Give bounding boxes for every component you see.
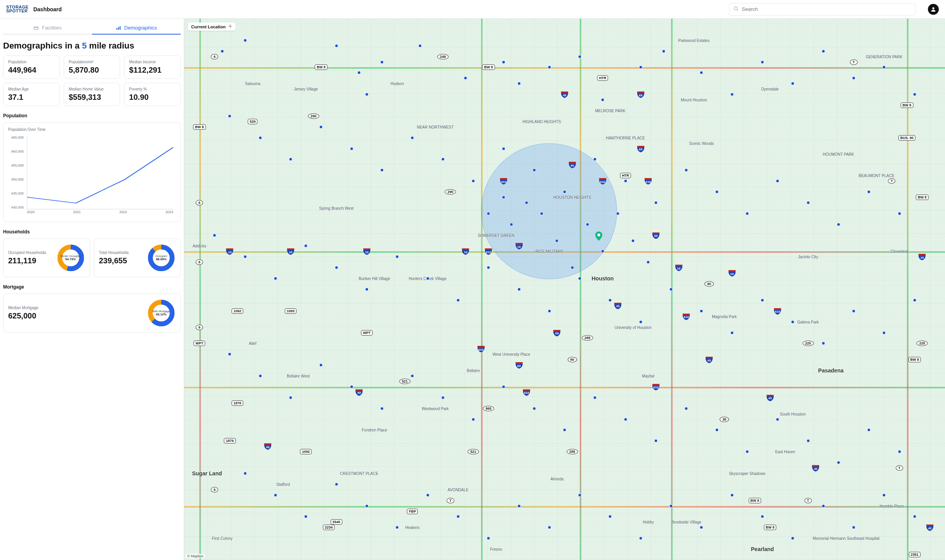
facility-marker[interactable] <box>509 223 513 226</box>
facility-marker[interactable] <box>502 385 506 388</box>
facility-marker[interactable] <box>898 450 901 454</box>
facility-marker[interactable] <box>821 49 825 53</box>
facility-marker[interactable] <box>791 82 795 85</box>
account-menu[interactable] <box>928 4 939 15</box>
facility-marker[interactable] <box>441 396 445 399</box>
facility-marker[interactable] <box>411 374 414 378</box>
facility-marker[interactable] <box>639 320 642 323</box>
location-pin-icon[interactable] <box>595 231 602 241</box>
facility-marker[interactable] <box>639 537 642 540</box>
facility-marker[interactable] <box>662 49 665 53</box>
facility-marker[interactable] <box>882 493 886 497</box>
facility-marker[interactable] <box>647 261 650 264</box>
facility-marker[interactable] <box>806 201 810 204</box>
facility-marker[interactable] <box>913 298 916 302</box>
facility-marker[interactable] <box>380 407 384 410</box>
facility-marker[interactable] <box>472 179 475 183</box>
facility-marker[interactable] <box>608 298 612 302</box>
facility-marker[interactable] <box>654 439 657 443</box>
facility-marker[interactable] <box>821 504 825 508</box>
facility-marker[interactable] <box>616 212 620 215</box>
facility-marker[interactable] <box>464 77 467 80</box>
facility-marker[interactable] <box>882 66 886 69</box>
facility-marker[interactable] <box>586 223 589 226</box>
facility-marker[interactable] <box>730 93 734 96</box>
facility-marker[interactable] <box>913 93 916 96</box>
facility-marker[interactable] <box>502 196 506 199</box>
facility-marker[interactable] <box>547 66 551 69</box>
facility-marker[interactable] <box>319 125 323 129</box>
facility-marker[interactable] <box>685 407 688 410</box>
facility-marker[interactable] <box>761 298 764 302</box>
facility-marker[interactable] <box>502 60 506 64</box>
facility-marker[interactable] <box>517 504 521 508</box>
facility-marker[interactable] <box>852 526 856 529</box>
facility-marker[interactable] <box>396 526 399 529</box>
facility-marker[interactable] <box>365 93 368 96</box>
facility-marker[interactable] <box>601 250 604 253</box>
map-canvas[interactable]: HoustonPasadenaPearlandSugar LandJersey … <box>184 19 945 560</box>
facility-marker[interactable] <box>396 255 399 259</box>
facility-marker[interactable] <box>380 169 384 172</box>
facility-marker[interactable] <box>350 147 353 150</box>
facility-marker[interactable] <box>365 288 368 291</box>
facility-marker[interactable] <box>898 212 901 215</box>
facility-marker[interactable] <box>578 493 582 497</box>
radius-value[interactable]: 5 <box>82 41 87 50</box>
facility-marker[interactable] <box>631 239 635 242</box>
brand-logo[interactable]: STORAGE SPOTTER <box>6 5 29 13</box>
facility-marker[interactable] <box>289 396 293 399</box>
facility-marker[interactable] <box>578 277 582 280</box>
facility-marker[interactable] <box>243 471 247 475</box>
facility-marker[interactable] <box>761 515 764 518</box>
facility-marker[interactable] <box>593 158 597 161</box>
facility-marker[interactable] <box>487 537 490 540</box>
facility-marker[interactable] <box>715 190 718 194</box>
facility-marker[interactable] <box>357 71 361 75</box>
facility-marker[interactable] <box>563 428 567 432</box>
facility-marker[interactable] <box>791 320 795 323</box>
facility-marker[interactable] <box>837 223 840 226</box>
facility-marker[interactable] <box>243 38 247 42</box>
facility-marker[interactable] <box>601 98 604 102</box>
facility-marker[interactable] <box>426 277 429 280</box>
facility-marker[interactable] <box>670 504 673 508</box>
facility-marker[interactable] <box>624 417 627 421</box>
tab-demographics[interactable]: Demographics <box>92 22 181 35</box>
facility-marker[interactable] <box>761 60 764 64</box>
facility-marker[interactable] <box>532 407 536 410</box>
facility-marker[interactable] <box>441 158 445 161</box>
facility-marker[interactable] <box>913 515 916 518</box>
facility-marker[interactable] <box>593 396 597 399</box>
facility-marker[interactable] <box>418 44 422 47</box>
facility-marker[interactable] <box>517 288 521 291</box>
facility-marker[interactable] <box>745 212 749 215</box>
facility-marker[interactable] <box>730 493 734 497</box>
facility-marker[interactable] <box>213 233 216 237</box>
facility-marker[interactable] <box>700 309 703 313</box>
facility-marker[interactable] <box>274 277 277 280</box>
facility-marker[interactable] <box>570 266 574 270</box>
facility-marker[interactable] <box>837 461 840 464</box>
facility-marker[interactable] <box>624 179 627 183</box>
facility-marker[interactable] <box>730 331 734 334</box>
facility-marker[interactable] <box>578 55 582 58</box>
facility-marker[interactable] <box>867 428 871 432</box>
facility-marker[interactable] <box>654 201 657 204</box>
facility-marker[interactable] <box>472 417 475 421</box>
facility-marker[interactable] <box>639 66 642 69</box>
facility-marker[interactable] <box>791 537 795 540</box>
facility-marker[interactable] <box>555 239 559 242</box>
facility-marker[interactable] <box>456 298 460 302</box>
facility-marker[interactable] <box>350 385 353 388</box>
tab-facilities[interactable]: Facilities <box>3 22 92 35</box>
facility-marker[interactable] <box>608 515 612 518</box>
facility-marker[interactable] <box>685 169 688 172</box>
search-box[interactable] <box>729 3 915 16</box>
facility-marker[interactable] <box>776 417 779 421</box>
current-location-button[interactable]: Current Location <box>188 23 235 31</box>
facility-marker[interactable] <box>335 482 338 486</box>
facility-marker[interactable] <box>547 309 551 313</box>
facility-marker[interactable] <box>867 190 871 194</box>
facility-marker[interactable] <box>456 515 460 518</box>
